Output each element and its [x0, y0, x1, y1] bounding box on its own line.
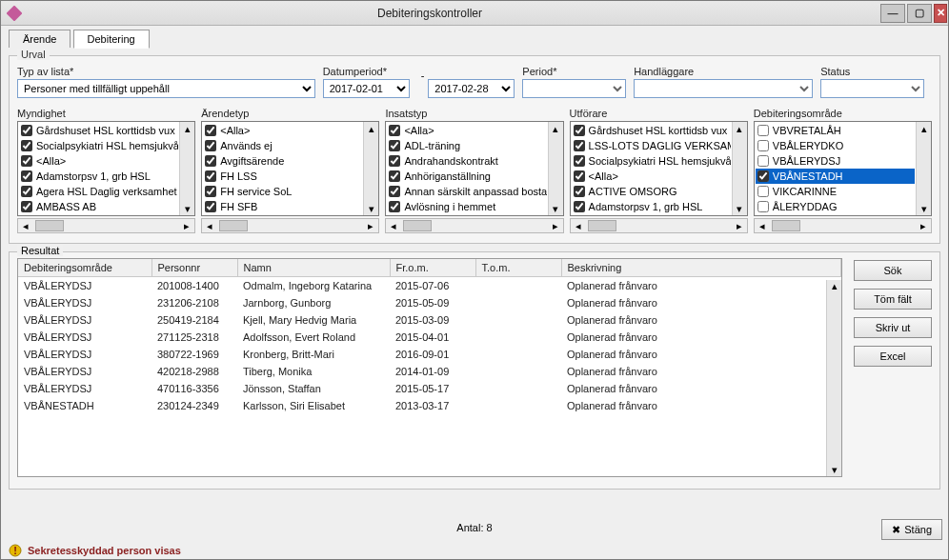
checkbox[interactable] [574, 155, 585, 167]
scroll-left-icon[interactable]: ◂ [386, 219, 401, 232]
check-item[interactable]: VBVRETALÅH [756, 123, 915, 138]
check-item[interactable]: Används ej [203, 138, 362, 153]
vscroll[interactable]: ▴▾ [732, 122, 747, 215]
check-item[interactable]: VBÅLERYDSJ [756, 153, 915, 169]
table-row[interactable]: VBÅLERYDSJ231206-2108Jarnborg, Gunborg20… [18, 294, 841, 311]
checkbox[interactable] [757, 155, 769, 167]
table-row[interactable]: VBÅLERYDSJ271125-2318Adolfsson, Evert Ro… [18, 329, 841, 346]
vscroll[interactable]: ▴▾ [916, 122, 931, 215]
skriv-button[interactable]: Skriv ut [854, 317, 932, 338]
datum-from[interactable]: 2017-02-01 [323, 79, 410, 98]
check-item[interactable]: VBÅLERYDKO [756, 138, 915, 153]
maximize-button[interactable]: ▢ [907, 4, 932, 23]
scroll-left-icon[interactable]: ◂ [755, 219, 770, 232]
scroll-right-icon[interactable]: ▸ [179, 219, 194, 232]
check-item[interactable]: Gårdshuset HSL korttidsb vux [19, 123, 178, 138]
scroll-left-icon[interactable]: ◂ [18, 219, 33, 232]
checkbox[interactable] [574, 170, 585, 182]
scroll-up-icon[interactable]: ▴ [364, 122, 378, 135]
hscroll[interactable]: ◂▸ [385, 218, 563, 233]
checkbox[interactable] [389, 170, 400, 182]
checkbox[interactable] [574, 201, 585, 212]
col-tom[interactable]: T.o.m. [475, 259, 561, 277]
excel-button[interactable]: Excel [854, 346, 932, 367]
check-item[interactable]: Avlösning i hemmet [387, 199, 546, 214]
table-row[interactable]: VBÅLERYDSJ201008-1400Odmalm, Ingeborg Ka… [18, 277, 841, 294]
col-personnr[interactable]: Personnr [151, 259, 237, 277]
table-row[interactable]: VBÅLERYDSJ380722-1969Kronberg, Britt-Mar… [18, 346, 841, 363]
scroll-down-icon[interactable]: ▾ [917, 202, 931, 215]
check-item[interactable]: ADL-träning [387, 138, 546, 153]
scroll-up-icon[interactable]: ▴ [832, 280, 838, 292]
table-row[interactable]: VBÅLERYDSJ470116-3356Jönsson, Staffan201… [18, 380, 841, 397]
checkbox[interactable] [21, 125, 32, 136]
check-item[interactable]: FH service SoL [203, 184, 362, 199]
check-item[interactable]: <Alla> [572, 169, 731, 184]
checkbox[interactable] [205, 186, 216, 197]
stang-button[interactable]: ✖ Stäng [881, 519, 942, 540]
checkbox[interactable] [205, 140, 216, 151]
close-button[interactable]: ✕ [934, 4, 947, 23]
checkbox[interactable] [574, 140, 585, 151]
checkbox[interactable] [574, 186, 585, 197]
check-item[interactable]: Socialpsykiatri HSL hemsjukvå [572, 153, 731, 169]
check-item[interactable]: Gårdshuset HSL korttidsb vux [572, 123, 731, 138]
scroll-thumb[interactable] [588, 220, 616, 231]
status-combo[interactable] [820, 79, 924, 98]
check-item[interactable]: ÄOFEMTIOFE [756, 214, 915, 215]
checkbox[interactable] [21, 155, 32, 167]
checkbox[interactable] [21, 170, 32, 182]
col-beskr[interactable]: Beskrivning [561, 259, 841, 277]
scroll-down-icon[interactable]: ▾ [733, 202, 747, 215]
scroll-thumb[interactable] [219, 220, 248, 231]
check-item[interactable]: LSS-LOTS DAGLIG VERKSAMH [572, 138, 731, 153]
check-item[interactable]: AMBASS AB [19, 199, 178, 214]
checkbox[interactable] [21, 186, 32, 197]
check-item[interactable]: VBÅNESTADH [756, 169, 915, 184]
tab-arende[interactable]: Ärende [9, 30, 71, 48]
scroll-right-icon[interactable]: ▸ [363, 219, 378, 232]
hscroll[interactable]: ◂▸ [17, 218, 195, 233]
vscroll[interactable]: ▴▾ [363, 122, 378, 215]
scroll-up-icon[interactable]: ▴ [917, 122, 931, 135]
checklist-myndighet[interactable]: Gårdshuset HSL korttidsb vuxSocialpsykia… [17, 121, 195, 216]
check-item[interactable]: ACTIVE OMSORG [572, 184, 731, 199]
handl-combo[interactable] [634, 79, 813, 98]
table-row[interactable]: VBÅLERYDSJ250419-2184Kjell, Mary Hedvig … [18, 311, 841, 329]
checkbox[interactable] [389, 140, 400, 151]
scroll-thumb[interactable] [403, 220, 432, 231]
col-namn[interactable]: Namn [237, 259, 390, 277]
check-item[interactable]: <Alla> [203, 123, 362, 138]
check-item[interactable]: VIKCARINNE [756, 184, 915, 199]
checkbox[interactable] [205, 125, 216, 136]
scroll-down-icon[interactable]: ▾ [549, 202, 563, 215]
checkbox[interactable] [21, 140, 32, 151]
scroll-left-icon[interactable]: ◂ [202, 219, 217, 232]
checklist-arendetyp[interactable]: <Alla>Används ejAvgiftsärendeFH LSSFH se… [201, 121, 379, 216]
hscroll[interactable]: ◂▸ [570, 218, 748, 233]
check-item[interactable]: FH LSS [203, 169, 362, 184]
check-item[interactable]: FH SFB [203, 199, 362, 214]
checkbox[interactable] [757, 201, 769, 212]
check-item[interactable]: Avgiftsärende [203, 153, 362, 169]
checklist-debitering[interactable]: VBVRETALÅHVBÅLERYDKOVBÅLERYDSJVBÅNESTADH… [754, 121, 932, 216]
tab-debitering[interactable]: Debitering [73, 30, 150, 49]
check-item[interactable]: ÅLERYDDAG [756, 199, 915, 214]
scroll-right-icon[interactable]: ▸ [732, 219, 747, 232]
check-item[interactable]: Agera HSL Daglig verksamhet [19, 184, 178, 199]
datum-to[interactable]: 2017-02-28 [428, 79, 515, 98]
result-grid[interactable]: Debiteringsområde Personnr Namn Fr.o.m. … [17, 258, 842, 477]
scroll-up-icon[interactable]: ▴ [180, 122, 194, 135]
col-debitering[interactable]: Debiteringsområde [18, 259, 151, 277]
scroll-down-icon[interactable]: ▾ [832, 464, 838, 476]
scroll-up-icon[interactable]: ▴ [549, 122, 563, 135]
scroll-thumb[interactable] [35, 220, 64, 231]
checkbox[interactable] [389, 125, 400, 136]
checklist-insatstyp[interactable]: <Alla>ADL-träningAndrahandskontraktAnhör… [385, 121, 563, 216]
checkbox[interactable] [21, 201, 32, 212]
checkbox[interactable] [757, 125, 769, 136]
scroll-left-icon[interactable]: ◂ [571, 219, 586, 232]
checkbox[interactable] [205, 170, 216, 182]
checkbox[interactable] [389, 201, 400, 212]
minimize-button[interactable]: — [880, 4, 905, 23]
